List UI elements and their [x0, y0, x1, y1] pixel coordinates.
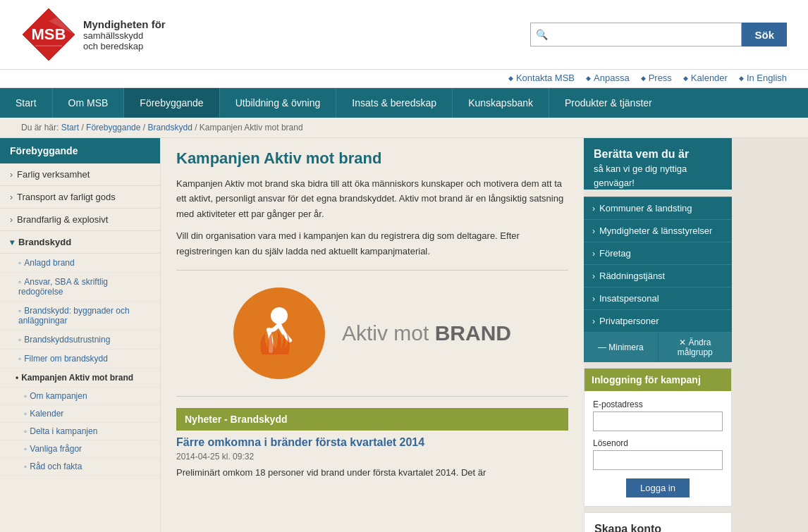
chevron-right-persona-3: ›	[592, 249, 595, 259]
sidebar-sub2-delta[interactable]: ◦Delta i kampanjen	[0, 423, 160, 440]
change-target-button[interactable]: ✕ Ändra målgrupp	[659, 333, 733, 362]
svg-point-5	[271, 307, 288, 324]
bullet-icon-10: ◦	[24, 462, 27, 471]
login-button[interactable]: Logga in	[626, 478, 690, 497]
bullet-icon-1: ◦	[18, 258, 21, 268]
campaign-circle-logo	[233, 287, 325, 379]
persona-title: Berätta vem du är	[594, 148, 722, 161]
news-header: Nyheter - Brandskydd	[176, 408, 568, 431]
persona-item-foretag[interactable]: › Företag	[584, 242, 732, 264]
email-label: E-postadress	[593, 400, 723, 409]
msb-logo-icon: MSB	[21, 7, 76, 62]
campaign-text-logo: Aktiv mot BRAND	[342, 321, 511, 345]
svg-text:MSB: MSB	[32, 25, 66, 43]
sidebar-item-brandfarlig[interactable]: › Brandfarlig & explosivt	[0, 209, 160, 231]
sidebar-sub-ansvar[interactable]: ◦Ansvar, SBA & skriftlig redogörelse	[0, 273, 160, 302]
logo: MSB Myndigheten för samhällsskydd och be…	[21, 7, 166, 62]
sidebar-sub-kampanjen-active[interactable]: •Kampanjen Aktiv mot brand	[0, 369, 160, 388]
breadcrumb-prefix: Du är här:	[21, 123, 59, 132]
chevron-right-persona-2: ›	[592, 226, 595, 236]
diamond-icon-3: ◆	[641, 75, 646, 82]
sidebar-sub2-kalender[interactable]: ◦Kalender	[0, 405, 160, 423]
breadcrumb-forebyggande[interactable]: Förebyggande	[86, 123, 140, 132]
chevron-down-icon: ▾	[10, 237, 14, 247]
diamond-icon-1: ◆	[508, 75, 513, 82]
chevron-right-persona-5: ›	[592, 294, 595, 304]
body-text: Vill din organisation vara med i kampanj…	[176, 228, 568, 259]
news-date: 2014-04-25 kl. 09:32	[176, 452, 568, 462]
password-field[interactable]	[593, 450, 723, 470]
chevron-right-persona-6: ›	[592, 316, 595, 326]
nav-start[interactable]: Start	[0, 88, 53, 118]
chevron-right-icon-3: ›	[10, 215, 13, 225]
sidebar-item-farlig[interactable]: › Farlig verksamhet	[0, 163, 160, 186]
breadcrumb-current: Kampanjen Aktiv mot brand	[200, 123, 303, 132]
login-title: Inloggning för kampanj	[584, 369, 731, 391]
minimize-button[interactable]: — Minimera	[584, 333, 659, 362]
page-title: Kampanjen Aktiv mot brand	[176, 149, 568, 168]
password-label: Lösenord	[593, 438, 723, 448]
persona-subtitle: så kan vi ge dig nyttiga genvägar!	[594, 162, 722, 190]
persona-item-raddning[interactable]: › Räddningstjänst	[584, 264, 732, 287]
nav-kunskapsbank[interactable]: Kunskapsbank	[453, 88, 549, 118]
sidebar-item-brandskydd[interactable]: ▾ Brandskydd	[0, 231, 160, 254]
chevron-right-persona-1: ›	[592, 204, 595, 214]
nav-insats[interactable]: Insats & beredskap	[336, 88, 453, 118]
bullet-icon-4: ◦	[18, 335, 21, 345]
bullet-icon-6: ◦	[24, 391, 27, 401]
nav-om-msb[interactable]: Om MSB	[53, 88, 125, 118]
sidebar-sub-brandskyddsutr[interactable]: ◦Brandskyddsutrustning	[0, 330, 160, 349]
sidebar-sub2-vanliga[interactable]: ◦Vanliga frågor	[0, 440, 160, 458]
sidebar-sub-brandskydd-bygg[interactable]: ◦Brandskydd: byggnader och anläggningar	[0, 302, 160, 330]
news-article: Färre omkomna i bränder första kvartalet…	[176, 431, 568, 493]
person-fire-icon	[244, 298, 314, 369]
bullet-icon-9: ◦	[24, 444, 27, 454]
sidebar-sub-filmer[interactable]: ◦Filmer om brandskydd	[0, 349, 160, 369]
sidebar-sub2-rad[interactable]: ◦Råd och fakta	[0, 458, 160, 476]
sidebar-sub2-om-kampanjen[interactable]: ◦Om kampanjen	[0, 388, 160, 405]
intro-text: Kampanjen Aktiv mot brand ska bidra till…	[176, 176, 568, 221]
bullet-icon-8: ◦	[24, 426, 27, 436]
diamond-icon-2: ◆	[586, 75, 591, 82]
news-section: Nyheter - Brandskydd Färre omkomna i brä…	[176, 408, 568, 493]
sidebar-sub-anlagd[interactable]: ◦Anlagd brand	[0, 254, 160, 273]
search-input[interactable]	[530, 23, 742, 47]
top-nav-english[interactable]: ◆ In English	[739, 73, 787, 83]
persona-item-privat[interactable]: › Privatpersoner	[584, 309, 732, 332]
persona-item-myndigheter[interactable]: › Myndigheter & länsstyrelser	[584, 219, 732, 242]
persona-item-insats[interactable]: › Insatspersonal	[584, 287, 732, 309]
create-account-box: Skapa konto Skapa konto via Min sida	[584, 512, 732, 532]
nav-utbildning[interactable]: Utbildning & övning	[220, 88, 337, 118]
news-title[interactable]: Färre omkomna i bränder första kvartalet…	[176, 436, 568, 449]
chevron-right-persona-4: ›	[592, 271, 595, 281]
bullet-active-icon: •	[16, 373, 18, 383]
diamond-icon-5: ◆	[739, 75, 744, 82]
persona-box: Berätta vem du är så kan vi ge dig nytti…	[584, 138, 732, 190]
search-icon: 🔍	[536, 29, 548, 40]
breadcrumb-start[interactable]: Start	[61, 123, 79, 132]
chevron-right-icon-2: ›	[10, 192, 13, 202]
chevron-right-icon-1: ›	[10, 170, 13, 180]
breadcrumb-brandskydd[interactable]: Brandskydd	[147, 123, 192, 132]
logo-text: Myndigheten för samhällsskydd och bereds…	[83, 18, 166, 51]
top-nav-anpassa[interactable]: ◆ Anpassa	[586, 73, 630, 83]
bullet-icon-2: ◦	[18, 277, 21, 287]
bullet-icon-3: ◦	[18, 306, 21, 316]
top-nav-press[interactable]: ◆ Press	[641, 73, 672, 83]
bullet-icon-5: ◦	[18, 354, 21, 364]
persona-item-kommuner[interactable]: › Kommuner & landsting	[584, 197, 732, 219]
sidebar-item-transport[interactable]: › Transport av farligt gods	[0, 186, 160, 209]
email-field[interactable]	[593, 412, 723, 431]
top-nav-kontakta[interactable]: ◆ Kontakta MSB	[508, 73, 575, 83]
sidebar-title[interactable]: Förebyggande	[0, 138, 160, 163]
nav-produkter[interactable]: Produkter & tjänster	[549, 88, 668, 118]
login-box: Inloggning för kampanj E-postadress Löse…	[584, 368, 732, 507]
bullet-icon-7: ◦	[24, 409, 27, 419]
campaign-logo-area: Aktiv mot BRAND	[176, 270, 568, 397]
diamond-icon-4: ◆	[683, 75, 688, 82]
create-account-title: Skapa konto	[594, 523, 721, 532]
search-button[interactable]: Sök	[742, 23, 787, 47]
news-body: Preliminärt omkom 18 personer vid brand …	[176, 466, 568, 480]
nav-forebyggande[interactable]: Förebyggande	[124, 88, 219, 118]
top-nav-kalender[interactable]: ◆ Kalender	[683, 73, 728, 83]
